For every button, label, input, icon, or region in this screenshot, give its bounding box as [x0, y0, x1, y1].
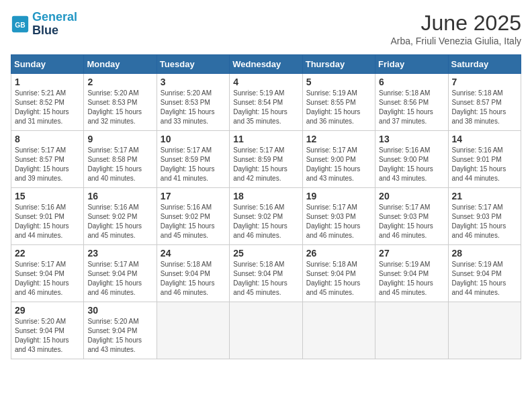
calendar-cell: 22Sunrise: 5:17 AMSunset: 9:04 PMDayligh… [11, 245, 84, 302]
calendar-cell: 24Sunrise: 5:18 AMSunset: 9:04 PMDayligh… [157, 245, 229, 302]
calendar-cell: 21Sunrise: 5:17 AMSunset: 9:03 PMDayligh… [448, 188, 521, 245]
day-info: Sunrise: 5:16 AMSunset: 9:01 PMDaylight:… [15, 203, 80, 240]
calendar-week-2: 8Sunrise: 5:17 AMSunset: 8:57 PMDaylight… [11, 131, 521, 188]
calendar-week-5: 29Sunrise: 5:20 AMSunset: 9:04 PMDayligh… [11, 302, 521, 359]
logo-icon: GB [11, 15, 30, 34]
day-number: 6 [379, 77, 444, 87]
calendar-cell: 30Sunrise: 5:20 AMSunset: 9:04 PMDayligh… [84, 302, 157, 359]
day-number: 10 [161, 134, 226, 144]
day-info: Sunrise: 5:19 AMSunset: 8:55 PMDaylight:… [306, 89, 371, 126]
calendar-cell: 10Sunrise: 5:17 AMSunset: 8:59 PMDayligh… [157, 131, 229, 188]
calendar-header-row: SundayMondayTuesdayWednesdayThursdayFrid… [11, 55, 521, 74]
day-info: Sunrise: 5:18 AMSunset: 8:57 PMDaylight:… [452, 89, 517, 126]
day-number: 12 [306, 134, 371, 144]
day-info: Sunrise: 5:20 AMSunset: 8:53 PMDaylight:… [87, 89, 152, 126]
calendar-cell: 26Sunrise: 5:18 AMSunset: 9:04 PMDayligh… [302, 245, 375, 302]
calendar-cell: 13Sunrise: 5:16 AMSunset: 9:00 PMDayligh… [375, 131, 448, 188]
calendar-cell [230, 302, 302, 359]
day-info: Sunrise: 5:16 AMSunset: 9:01 PMDaylight:… [452, 146, 517, 183]
calendar-header-sunday: Sunday [11, 55, 84, 74]
calendar-cell: 8Sunrise: 5:17 AMSunset: 8:57 PMDaylight… [11, 131, 84, 188]
calendar-title: June 2025 [390, 11, 521, 36]
page-header: GB GeneralBlue June 2025 Arba, Friuli Ve… [11, 11, 521, 46]
calendar-header-thursday: Thursday [302, 55, 375, 74]
day-info: Sunrise: 5:17 AMSunset: 9:03 PMDaylight:… [452, 203, 517, 240]
day-number: 29 [15, 305, 80, 316]
day-info: Sunrise: 5:21 AMSunset: 8:52 PMDaylight:… [15, 89, 80, 126]
calendar-cell: 23Sunrise: 5:17 AMSunset: 9:04 PMDayligh… [84, 245, 157, 302]
day-info: Sunrise: 5:18 AMSunset: 9:04 PMDaylight:… [306, 260, 371, 298]
calendar-header-monday: Monday [84, 55, 157, 74]
day-info: Sunrise: 5:17 AMSunset: 8:59 PMDaylight:… [233, 146, 298, 183]
calendar-cell [157, 302, 229, 359]
day-number: 9 [87, 134, 152, 144]
day-number: 16 [87, 191, 152, 201]
day-info: Sunrise: 5:16 AMSunset: 9:02 PMDaylight:… [161, 203, 226, 240]
calendar-cell: 15Sunrise: 5:16 AMSunset: 9:01 PMDayligh… [11, 188, 84, 245]
calendar-header-wednesday: Wednesday [230, 55, 302, 74]
day-info: Sunrise: 5:17 AMSunset: 9:03 PMDaylight:… [379, 203, 444, 240]
day-number: 19 [306, 191, 371, 201]
day-info: Sunrise: 5:17 AMSunset: 9:00 PMDaylight:… [306, 146, 371, 183]
day-number: 22 [15, 248, 80, 259]
day-info: Sunrise: 5:20 AMSunset: 9:04 PMDaylight:… [15, 317, 80, 355]
day-info: Sunrise: 5:19 AMSunset: 8:54 PMDaylight:… [233, 89, 298, 126]
day-number: 13 [379, 134, 444, 144]
calendar-cell: 9Sunrise: 5:17 AMSunset: 8:58 PMDaylight… [84, 131, 157, 188]
day-info: Sunrise: 5:16 AMSunset: 9:02 PMDaylight:… [233, 203, 298, 240]
calendar-cell: 3Sunrise: 5:20 AMSunset: 8:53 PMDaylight… [157, 74, 229, 131]
calendar-cell [375, 302, 448, 359]
calendar-cell [302, 302, 375, 359]
day-number: 3 [161, 77, 226, 87]
calendar-cell: 2Sunrise: 5:20 AMSunset: 8:53 PMDaylight… [84, 74, 157, 131]
logo: GB GeneralBlue [11, 11, 77, 38]
day-number: 20 [379, 191, 444, 201]
calendar-cell [448, 302, 521, 359]
day-info: Sunrise: 5:18 AMSunset: 9:04 PMDaylight:… [161, 260, 226, 298]
calendar-cell: 1Sunrise: 5:21 AMSunset: 8:52 PMDaylight… [11, 74, 84, 131]
calendar-cell: 7Sunrise: 5:18 AMSunset: 8:57 PMDaylight… [448, 74, 521, 131]
day-info: Sunrise: 5:17 AMSunset: 8:59 PMDaylight:… [161, 146, 226, 183]
day-number: 7 [452, 77, 517, 87]
day-info: Sunrise: 5:19 AMSunset: 9:04 PMDaylight:… [379, 260, 444, 298]
calendar-cell: 25Sunrise: 5:18 AMSunset: 9:04 PMDayligh… [230, 245, 302, 302]
calendar-subtitle: Arba, Friuli Venezia Giulia, Italy [390, 36, 521, 46]
day-info: Sunrise: 5:16 AMSunset: 9:02 PMDaylight:… [87, 203, 152, 240]
calendar-cell: 6Sunrise: 5:18 AMSunset: 8:56 PMDaylight… [375, 74, 448, 131]
calendar-header-friday: Friday [375, 55, 448, 74]
calendar-cell: 11Sunrise: 5:17 AMSunset: 8:59 PMDayligh… [230, 131, 302, 188]
day-number: 11 [233, 134, 298, 144]
day-number: 23 [87, 248, 152, 259]
day-number: 8 [15, 134, 80, 144]
calendar-cell: 14Sunrise: 5:16 AMSunset: 9:01 PMDayligh… [448, 131, 521, 188]
day-number: 30 [87, 305, 152, 316]
day-info: Sunrise: 5:17 AMSunset: 8:57 PMDaylight:… [15, 146, 80, 183]
calendar-week-4: 22Sunrise: 5:17 AMSunset: 9:04 PMDayligh… [11, 245, 521, 302]
day-info: Sunrise: 5:19 AMSunset: 9:04 PMDaylight:… [452, 260, 517, 298]
title-area: June 2025 Arba, Friuli Venezia Giulia, I… [390, 11, 521, 46]
day-number: 21 [452, 191, 517, 201]
day-number: 15 [15, 191, 80, 201]
day-number: 24 [161, 248, 226, 259]
day-number: 18 [233, 191, 298, 201]
calendar-cell: 5Sunrise: 5:19 AMSunset: 8:55 PMDaylight… [302, 74, 375, 131]
day-info: Sunrise: 5:16 AMSunset: 9:00 PMDaylight:… [379, 146, 444, 183]
day-number: 28 [452, 248, 517, 259]
logo-text: GeneralBlue [32, 11, 77, 38]
day-info: Sunrise: 5:17 AMSunset: 9:03 PMDaylight:… [306, 203, 371, 240]
day-number: 27 [379, 248, 444, 259]
day-info: Sunrise: 5:17 AMSunset: 9:04 PMDaylight:… [15, 260, 80, 298]
day-info: Sunrise: 5:20 AMSunset: 8:53 PMDaylight:… [161, 89, 226, 126]
calendar-header-saturday: Saturday [448, 55, 521, 74]
calendar-cell: 4Sunrise: 5:19 AMSunset: 8:54 PMDaylight… [230, 74, 302, 131]
day-info: Sunrise: 5:18 AMSunset: 8:56 PMDaylight:… [379, 89, 444, 126]
calendar-week-3: 15Sunrise: 5:16 AMSunset: 9:01 PMDayligh… [11, 188, 521, 245]
day-number: 26 [306, 248, 371, 259]
calendar-cell: 17Sunrise: 5:16 AMSunset: 9:02 PMDayligh… [157, 188, 229, 245]
day-info: Sunrise: 5:17 AMSunset: 9:04 PMDaylight:… [87, 260, 152, 298]
calendar-cell: 19Sunrise: 5:17 AMSunset: 9:03 PMDayligh… [302, 188, 375, 245]
svg-text:GB: GB [15, 21, 25, 28]
calendar-cell: 12Sunrise: 5:17 AMSunset: 9:00 PMDayligh… [302, 131, 375, 188]
calendar-header-tuesday: Tuesday [157, 55, 229, 74]
day-number: 1 [15, 77, 80, 87]
